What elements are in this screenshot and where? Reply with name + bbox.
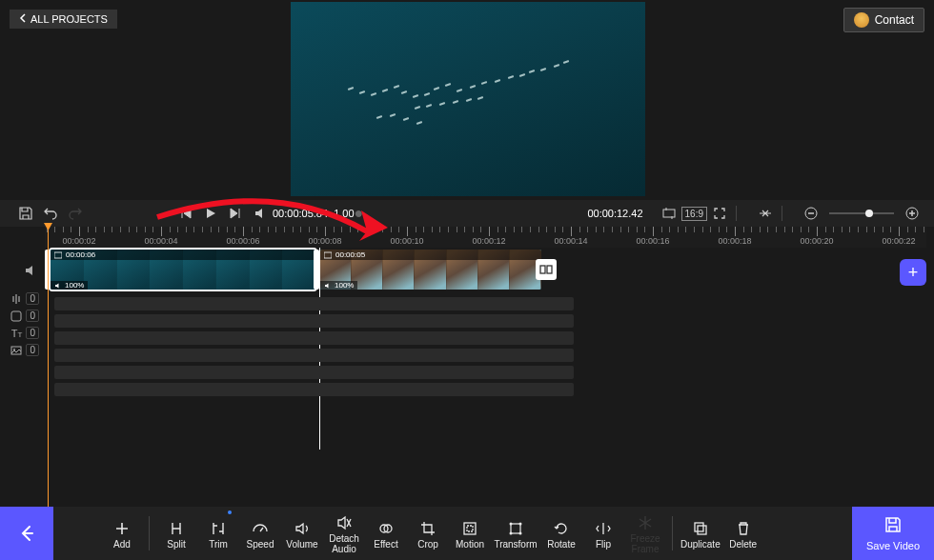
- svg-point-15: [510, 522, 513, 525]
- add-track-button[interactable]: +: [900, 259, 926, 286]
- tool-motion[interactable]: Motion: [449, 507, 491, 560]
- zoom-slider[interactable]: [829, 212, 894, 214]
- track-sticker[interactable]: 0: [0, 308, 45, 324]
- tool-detach-audio[interactable]: Detach Audio: [323, 507, 365, 560]
- aspect-ratio-icon[interactable]: [657, 201, 681, 226]
- timeline[interactable]: 00:00:06 100% 00:00:05 100% +: [45, 248, 926, 507]
- svg-rect-0: [663, 210, 675, 217]
- volume-icon: [324, 282, 332, 290]
- clip-2[interactable]: 00:00:05 100%: [320, 250, 541, 290]
- svg-rect-19: [695, 523, 703, 531]
- back-button[interactable]: [0, 507, 53, 560]
- snap-icon[interactable]: [753, 201, 778, 226]
- tool-speed[interactable]: Speed: [239, 507, 281, 560]
- tool-effect[interactable]: Effect: [365, 507, 407, 560]
- zoom-in-icon[interactable]: [900, 201, 924, 226]
- redo-icon: [63, 201, 88, 226]
- tool-crop[interactable]: Crop: [407, 507, 449, 560]
- transition-button[interactable]: [536, 259, 557, 280]
- ruler-label: 00:00:14: [554, 236, 587, 246]
- tool-transform[interactable]: Transform: [491, 507, 540, 560]
- svg-rect-7: [324, 252, 332, 258]
- tool-freeze-frame: Freeze Frame: [624, 507, 666, 560]
- ruler-label: 00:00:16: [636, 236, 669, 246]
- contact-label: Contact: [875, 13, 914, 27]
- ruler-label: 00:00:10: [390, 236, 423, 246]
- tool-delete[interactable]: Delete: [722, 507, 764, 560]
- aspect-ratio[interactable]: 16:9: [681, 207, 707, 221]
- track-video-mute[interactable]: [0, 251, 45, 290]
- clip-icon: [54, 251, 62, 259]
- next-frame-icon[interactable]: [223, 201, 248, 226]
- play-icon[interactable]: [198, 201, 223, 226]
- tool-split[interactable]: Split: [155, 507, 197, 560]
- tool-trim[interactable]: Trim: [197, 507, 239, 560]
- svg-rect-14: [511, 524, 520, 533]
- empty-track[interactable]: [54, 314, 574, 328]
- empty-track[interactable]: [54, 349, 574, 362]
- mute-icon[interactable]: [248, 201, 273, 226]
- clip-1[interactable]: 00:00:06 100%: [51, 250, 315, 290]
- ruler-label: 00:00:20: [800, 236, 833, 246]
- track-image[interactable]: 0: [0, 342, 45, 358]
- save-project-icon[interactable]: [13, 201, 38, 226]
- svg-rect-9: [547, 266, 552, 273]
- timeline-ruler[interactable]: 00:00:0200:00:0400:00:0600:00:0800:00:10…: [45, 227, 926, 248]
- svg-rect-8: [540, 266, 545, 273]
- zoom-out-icon[interactable]: [799, 201, 823, 226]
- ruler-label: 00:00:22: [882, 236, 915, 246]
- track-panel: 0 0 TT 0 0: [0, 248, 45, 507]
- playhead[interactable]: [48, 227, 49, 507]
- chevron-left-icon: [19, 13, 27, 25]
- clip-1-volume: 100%: [65, 281, 84, 290]
- empty-track[interactable]: [54, 331, 574, 345]
- tool-volume[interactable]: Volume: [281, 507, 323, 560]
- back-label: ALL PROJECTS: [30, 13, 108, 25]
- svg-point-17: [510, 531, 513, 534]
- tool-rotate[interactable]: Rotate: [540, 507, 582, 560]
- ruler-label: 00:00:04: [144, 236, 177, 246]
- svg-rect-6: [54, 252, 62, 258]
- svg-point-18: [519, 531, 522, 534]
- avatar-icon: [854, 12, 869, 28]
- ruler-label: 00:00:18: [718, 236, 751, 246]
- ruler-label: 00:00:06: [226, 236, 259, 246]
- bottom-toolbar: Add Split Trim Speed Volume Detach Audio…: [0, 507, 934, 560]
- video-preview[interactable]: [291, 2, 645, 196]
- svg-point-16: [519, 522, 522, 525]
- undo-icon[interactable]: [38, 201, 63, 226]
- prev-frame-icon[interactable]: [173, 201, 198, 226]
- tool-flip[interactable]: Flip: [582, 507, 624, 560]
- empty-track[interactable]: [54, 297, 574, 310]
- current-time: 00:00:05.84: [273, 208, 328, 219]
- track-audio[interactable]: 0: [0, 290, 45, 307]
- tool-duplicate[interactable]: Duplicate: [679, 507, 722, 560]
- empty-track[interactable]: [54, 383, 574, 396]
- back-to-projects-button[interactable]: ALL PROJECTS: [10, 10, 117, 29]
- track-text[interactable]: TT 0: [0, 325, 45, 341]
- svg-rect-3: [11, 311, 21, 321]
- clip-icon: [324, 251, 332, 259]
- playback-rate: 1.00: [334, 208, 354, 219]
- ruler-label: 00:00:02: [62, 236, 95, 246]
- ruler-label: 00:00:08: [308, 236, 341, 246]
- svg-rect-20: [698, 526, 706, 534]
- total-time: 00:00:12.42: [587, 208, 642, 219]
- volume-icon: [54, 282, 62, 290]
- contact-button[interactable]: Contact: [843, 8, 924, 32]
- ruler-label: 00:00:12: [472, 236, 505, 246]
- svg-rect-13: [467, 526, 473, 531]
- fullscreen-icon[interactable]: [707, 201, 732, 226]
- save-video-button[interactable]: Save Video: [852, 507, 934, 560]
- clip-1-duration: 00:00:06: [66, 250, 95, 259]
- tool-add[interactable]: Add: [101, 507, 143, 560]
- empty-track[interactable]: [54, 366, 574, 379]
- clip-2-volume: 100%: [335, 281, 354, 290]
- clip-2-duration: 00:00:05: [335, 250, 365, 259]
- svg-rect-12: [464, 523, 476, 534]
